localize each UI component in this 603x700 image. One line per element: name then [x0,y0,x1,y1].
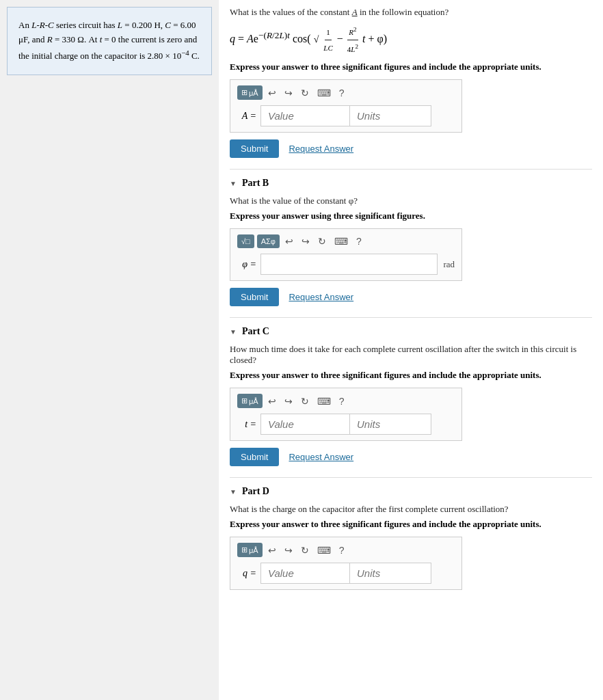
matrix-button[interactable]: ⊞ μÅ [237,85,263,100]
part-c-keyboard-button[interactable]: ⌨ [314,394,334,408]
part-b-answer-box: √□ ΑΣφ ↩ ↪ ↻ ⌨ ? φ = rad [230,228,462,281]
part-b-question: What is the value of the constant φ? [230,196,592,206]
part-c-submit-row: Submit Request Answer [230,448,592,466]
part-d-help-button[interactable]: ? [336,543,347,557]
part-c-redo-button[interactable]: ↪ [282,394,295,408]
keyboard-button[interactable]: ⌨ [314,86,334,100]
part-a-toolbar: ⊞ μÅ ↩ ↪ ↻ ⌨ ? [237,85,455,100]
part-a-units-input[interactable] [349,105,431,126]
help-button[interactable]: ? [336,86,347,100]
part-c-input-row: t = [237,414,455,435]
problem-text: An L-R-C series circuit has L = 0.200 H,… [18,18,200,64]
part-b-phi-label: φ = [237,259,256,270]
part-c-toolbar: ⊞ μÅ ↩ ↪ ↻ ⌨ ? [237,394,455,408]
part-b-unit-suffix: rad [443,259,455,270]
sigma-icon: ΑΣφ [261,237,276,245]
part-b-section: ▼ Part B What is the value of the consta… [230,169,592,306]
part-c-answer-box: ⊞ μÅ ↩ ↪ ↻ ⌨ ? t = [230,388,462,441]
part-c-help-button[interactable]: ? [336,394,347,408]
sqrt-icon: √□ [241,237,250,245]
part-d-matrix-button[interactable]: ⊞ μÅ [237,543,263,557]
part-b-submit-button[interactable]: Submit [230,288,279,306]
redo-button[interactable]: ↪ [282,86,295,100]
part-b-redo-button[interactable]: ↪ [299,234,312,248]
part-b-undo-button[interactable]: ↩ [282,234,296,248]
part-b-submit-row: Submit Request Answer [230,288,592,306]
part-a-input-row: A = [237,105,455,126]
part-b-matrix-button[interactable]: √□ [237,234,254,248]
part-a-label: A = [237,111,256,122]
part-d-q-label: q = [237,568,256,579]
part-a-submit-row: Submit Request Answer [230,139,592,158]
part-d-refresh-button[interactable]: ↻ [298,543,312,557]
problem-description: An L-R-C series circuit has L = 0.200 H,… [7,7,212,75]
part-a-value-input[interactable] [260,105,349,126]
part-d-matrix-icon: ⊞ [241,546,247,554]
part-d-answer-box: ⊞ μÅ ↩ ↪ ↻ ⌨ ? q = [230,537,462,590]
part-c-matrix-icon: ⊞ [241,396,247,405]
part-c-t-label: t = [237,419,256,430]
part-b-label: Part B [242,178,269,189]
part-d-redo-button[interactable]: ↪ [282,543,295,557]
part-b-instruction: Express your answer using three signific… [230,211,592,221]
part-c-instruction: Express your answer to three significant… [230,370,592,381]
part-c-refresh-button[interactable]: ↻ [298,394,312,408]
part-b-header: ▼ Part B [230,178,592,189]
part-a-answer-box: ⊞ μÅ ↩ ↪ ↻ ⌨ ? A = [230,79,462,133]
main-question: What is the values of the constant A in … [230,7,592,18]
part-d-header: ▼ Part D [230,486,592,497]
part-c-mu-label: μÅ [249,397,258,405]
main-equation: q = Ae−(R/2L)t cos( √ 1 LC − R2 4L2 t + … [230,23,592,56]
part-a-request-answer[interactable]: Request Answer [289,144,353,154]
part-c-header: ▼ Part C [230,326,592,337]
part-d-mu-label: μÅ [249,546,258,554]
refresh-button[interactable]: ↻ [298,86,312,100]
undo-button[interactable]: ↩ [265,86,279,100]
part-c-undo-button[interactable]: ↩ [265,394,279,408]
mu-label: μÅ [249,89,258,97]
part-d-toolbar: ⊞ μÅ ↩ ↪ ↻ ⌨ ? [237,543,455,557]
part-b-help-button[interactable]: ? [353,234,364,248]
part-d-input-row: q = [237,563,455,584]
part-b-request-answer[interactable]: Request Answer [289,292,353,302]
part-b-keyboard-button[interactable]: ⌨ [332,234,351,248]
part-d-keyboard-button[interactable]: ⌨ [314,543,334,557]
part-d-instruction: Express your answer to three significant… [230,519,592,530]
answer-panel: What is the values of the constant A in … [219,0,603,700]
part-c-request-answer[interactable]: Request Answer [289,452,353,462]
part-b-sigma-button[interactable]: ΑΣφ [257,234,280,248]
part-b-refresh-button[interactable]: ↻ [315,234,329,248]
part-b-collapse-icon[interactable]: ▼ [230,180,237,187]
part-d-section: ▼ Part D What is the charge on the capac… [230,477,592,590]
part-a-instruction: Express your answer to three significant… [230,62,592,72]
part-d-units-input[interactable] [349,563,431,584]
part-b-phi-input[interactable] [260,254,438,275]
part-d-question: What is the charge on the capacitor afte… [230,504,592,515]
part-b-input-row: φ = rad [237,254,455,275]
part-d-value-input[interactable] [260,563,349,584]
part-a-submit-button[interactable]: Submit [230,139,279,158]
matrix-icon: ⊞ [241,88,247,97]
part-b-toolbar: √□ ΑΣφ ↩ ↪ ↻ ⌨ ? [237,234,455,248]
part-d-collapse-icon[interactable]: ▼ [230,488,237,496]
part-c-units-input[interactable] [349,414,431,435]
part-c-matrix-button[interactable]: ⊞ μÅ [237,394,263,408]
part-c-collapse-icon[interactable]: ▼ [230,328,237,336]
part-c-question: How much time does it take for each comp… [230,344,592,366]
part-d-label: Part D [242,486,269,497]
part-c-submit-button[interactable]: Submit [230,448,279,466]
part-d-undo-button[interactable]: ↩ [265,543,279,557]
part-c-label: Part C [242,326,269,337]
part-c-section: ▼ Part C How much time does it take for … [230,317,592,466]
part-c-value-input[interactable] [260,414,349,435]
